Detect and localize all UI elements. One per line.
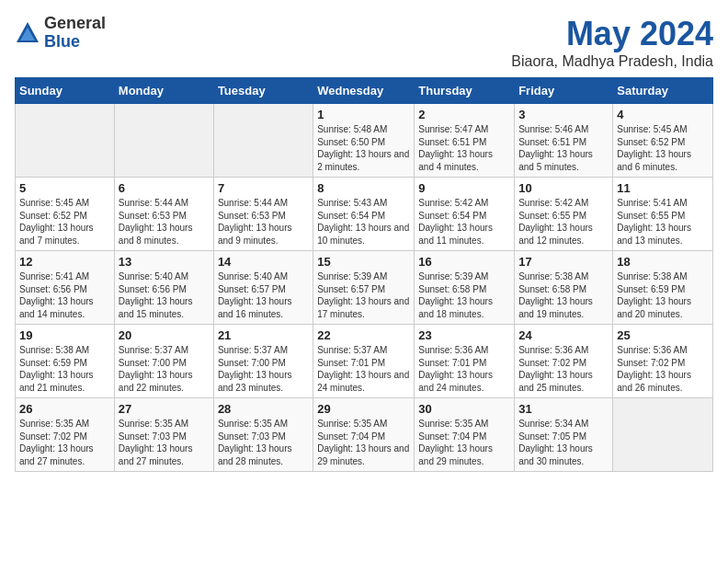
day-number: 28: [218, 402, 309, 416]
day-info: Sunrise: 5:38 AMSunset: 6:59 PMDaylight:…: [617, 270, 709, 320]
day-info: Sunrise: 5:36 AMSunset: 7:02 PMDaylight:…: [617, 344, 709, 394]
calendar-week-row: 12Sunrise: 5:41 AMSunset: 6:56 PMDayligh…: [16, 251, 713, 325]
page-header: General Blue May 2024 Biaora, Madhya Pra…: [15, 15, 713, 70]
day-info: Sunrise: 5:35 AMSunset: 7:04 PMDaylight:…: [317, 418, 410, 467]
day-number: 17: [518, 255, 609, 269]
calendar-cell: [16, 104, 115, 178]
calendar-cell: 29Sunrise: 5:35 AMSunset: 7:04 PMDayligh…: [313, 398, 415, 472]
calendar-cell: 2Sunrise: 5:47 AMSunset: 6:51 PMDaylight…: [415, 104, 515, 178]
day-number: 3: [518, 108, 609, 121]
day-number: 29: [317, 402, 410, 416]
calendar-cell: 17Sunrise: 5:38 AMSunset: 6:58 PMDayligh…: [515, 251, 613, 325]
day-info: Sunrise: 5:38 AMSunset: 6:58 PMDaylight:…: [518, 270, 609, 320]
day-info: Sunrise: 5:39 AMSunset: 6:57 PMDaylight:…: [317, 270, 410, 320]
day-header-saturday: Saturday: [613, 78, 713, 104]
day-info: Sunrise: 5:35 AMSunset: 7:02 PMDaylight:…: [19, 418, 110, 467]
calendar-week-row: 1Sunrise: 5:48 AMSunset: 6:50 PMDaylight…: [16, 104, 713, 178]
calendar-cell: 19Sunrise: 5:38 AMSunset: 6:59 PMDayligh…: [16, 325, 115, 398]
calendar-cell: 25Sunrise: 5:36 AMSunset: 7:02 PMDayligh…: [613, 325, 713, 398]
day-number: 22: [317, 328, 410, 342]
day-info: Sunrise: 5:39 AMSunset: 6:58 PMDaylight:…: [418, 270, 510, 320]
calendar-cell: 1Sunrise: 5:48 AMSunset: 6:50 PMDaylight…: [313, 104, 415, 178]
day-info: Sunrise: 5:36 AMSunset: 7:02 PMDaylight:…: [518, 344, 609, 394]
day-info: Sunrise: 5:34 AMSunset: 7:05 PMDaylight:…: [518, 418, 609, 467]
logo-general: General: [44, 15, 106, 33]
day-number: 16: [418, 255, 510, 269]
calendar-cell: 26Sunrise: 5:35 AMSunset: 7:02 PMDayligh…: [16, 398, 115, 472]
day-info: Sunrise: 5:46 AMSunset: 6:51 PMDaylight:…: [518, 123, 609, 173]
day-info: Sunrise: 5:47 AMSunset: 6:51 PMDaylight:…: [418, 123, 510, 173]
calendar-week-row: 26Sunrise: 5:35 AMSunset: 7:02 PMDayligh…: [16, 398, 713, 472]
day-info: Sunrise: 5:48 AMSunset: 6:50 PMDaylight:…: [317, 123, 410, 173]
day-header-friday: Friday: [515, 78, 613, 104]
day-number: 30: [418, 402, 510, 416]
calendar-title: May 2024: [511, 15, 713, 53]
day-number: 2: [418, 108, 510, 121]
day-info: Sunrise: 5:37 AMSunset: 7:01 PMDaylight:…: [317, 344, 410, 394]
day-info: Sunrise: 5:44 AMSunset: 6:53 PMDaylight:…: [218, 197, 309, 247]
day-info: Sunrise: 5:41 AMSunset: 6:56 PMDaylight:…: [19, 270, 110, 320]
day-number: 4: [617, 108, 709, 121]
day-info: Sunrise: 5:35 AMSunset: 7:03 PMDaylight:…: [119, 418, 210, 467]
day-number: 8: [317, 181, 410, 195]
calendar-cell: 14Sunrise: 5:40 AMSunset: 6:57 PMDayligh…: [213, 251, 313, 325]
calendar-cell: 16Sunrise: 5:39 AMSunset: 6:58 PMDayligh…: [415, 251, 515, 325]
day-number: 6: [119, 181, 210, 195]
calendar-cell: 24Sunrise: 5:36 AMSunset: 7:02 PMDayligh…: [515, 325, 613, 398]
day-info: Sunrise: 5:45 AMSunset: 6:52 PMDaylight:…: [617, 123, 709, 173]
calendar-cell: 11Sunrise: 5:41 AMSunset: 6:55 PMDayligh…: [613, 178, 713, 251]
day-number: 5: [19, 181, 110, 195]
calendar-cell: 10Sunrise: 5:42 AMSunset: 6:55 PMDayligh…: [515, 178, 613, 251]
day-info: Sunrise: 5:35 AMSunset: 7:04 PMDaylight:…: [418, 418, 510, 467]
day-info: Sunrise: 5:42 AMSunset: 6:55 PMDaylight:…: [518, 197, 609, 247]
day-info: Sunrise: 5:38 AMSunset: 6:59 PMDaylight:…: [19, 344, 110, 394]
calendar-cell: 15Sunrise: 5:39 AMSunset: 6:57 PMDayligh…: [313, 251, 415, 325]
calendar-cell: 27Sunrise: 5:35 AMSunset: 7:03 PMDayligh…: [114, 398, 213, 472]
calendar-cell: 13Sunrise: 5:40 AMSunset: 6:56 PMDayligh…: [114, 251, 213, 325]
day-info: Sunrise: 5:40 AMSunset: 6:56 PMDaylight:…: [119, 270, 210, 320]
calendar-cell: 8Sunrise: 5:43 AMSunset: 6:54 PMDaylight…: [313, 178, 415, 251]
day-header-tuesday: Tuesday: [213, 78, 313, 104]
day-info: Sunrise: 5:43 AMSunset: 6:54 PMDaylight:…: [317, 197, 410, 247]
calendar-cell: 23Sunrise: 5:36 AMSunset: 7:01 PMDayligh…: [415, 325, 515, 398]
calendar-cell: 31Sunrise: 5:34 AMSunset: 7:05 PMDayligh…: [515, 398, 613, 472]
day-number: 25: [617, 328, 709, 342]
day-info: Sunrise: 5:42 AMSunset: 6:54 PMDaylight:…: [418, 197, 510, 247]
calendar-cell: 30Sunrise: 5:35 AMSunset: 7:04 PMDayligh…: [415, 398, 515, 472]
day-info: Sunrise: 5:37 AMSunset: 7:00 PMDaylight:…: [119, 344, 210, 394]
calendar-header-row: SundayMondayTuesdayWednesdayThursdayFrid…: [16, 78, 713, 104]
day-header-wednesday: Wednesday: [313, 78, 415, 104]
day-number: 18: [617, 255, 709, 269]
day-number: 12: [19, 255, 110, 269]
day-number: 21: [218, 328, 309, 342]
calendar-cell: 6Sunrise: 5:44 AMSunset: 6:53 PMDaylight…: [114, 178, 213, 251]
calendar-cell: [213, 104, 313, 178]
day-number: 1: [317, 108, 410, 121]
logo-icon: [15, 20, 40, 46]
day-number: 13: [119, 255, 210, 269]
calendar-subtitle: Biaora, Madhya Pradesh, India: [511, 53, 713, 70]
calendar-cell: 21Sunrise: 5:37 AMSunset: 7:00 PMDayligh…: [213, 325, 313, 398]
calendar-cell: 12Sunrise: 5:41 AMSunset: 6:56 PMDayligh…: [16, 251, 115, 325]
day-number: 31: [518, 402, 609, 416]
day-info: Sunrise: 5:41 AMSunset: 6:55 PMDaylight:…: [617, 197, 709, 247]
calendar-cell: 28Sunrise: 5:35 AMSunset: 7:03 PMDayligh…: [213, 398, 313, 472]
day-number: 19: [19, 328, 110, 342]
day-info: Sunrise: 5:45 AMSunset: 6:52 PMDaylight:…: [19, 197, 110, 247]
calendar-cell: 5Sunrise: 5:45 AMSunset: 6:52 PMDaylight…: [16, 178, 115, 251]
day-number: 26: [19, 402, 110, 416]
calendar-cell: [114, 104, 213, 178]
calendar-cell: 20Sunrise: 5:37 AMSunset: 7:00 PMDayligh…: [114, 325, 213, 398]
calendar-cell: 9Sunrise: 5:42 AMSunset: 6:54 PMDaylight…: [415, 178, 515, 251]
day-number: 10: [518, 181, 609, 195]
day-info: Sunrise: 5:35 AMSunset: 7:03 PMDaylight:…: [218, 418, 309, 467]
calendar-cell: [613, 398, 713, 472]
day-info: Sunrise: 5:44 AMSunset: 6:53 PMDaylight:…: [119, 197, 210, 247]
day-number: 23: [418, 328, 510, 342]
day-info: Sunrise: 5:36 AMSunset: 7:01 PMDaylight:…: [418, 344, 510, 394]
calendar-cell: 4Sunrise: 5:45 AMSunset: 6:52 PMDaylight…: [613, 104, 713, 178]
day-number: 14: [218, 255, 309, 269]
calendar-week-row: 5Sunrise: 5:45 AMSunset: 6:52 PMDaylight…: [16, 178, 713, 251]
calendar-cell: 22Sunrise: 5:37 AMSunset: 7:01 PMDayligh…: [313, 325, 415, 398]
day-number: 7: [218, 181, 309, 195]
